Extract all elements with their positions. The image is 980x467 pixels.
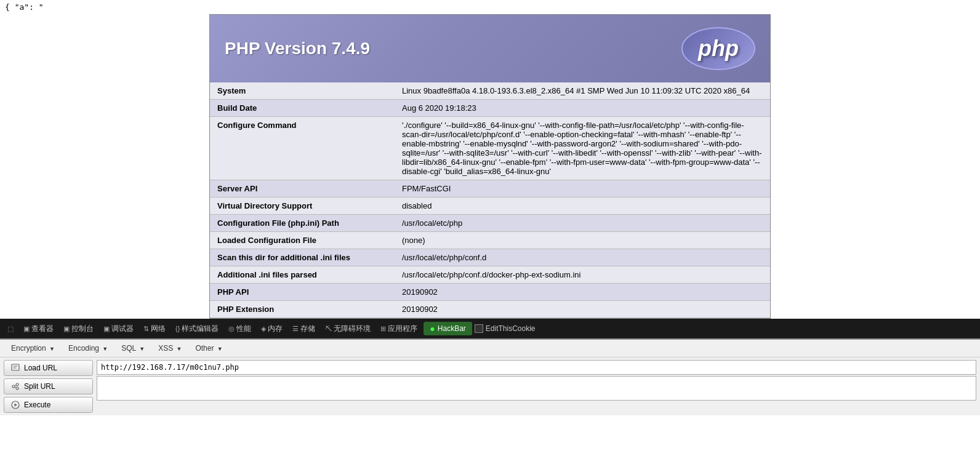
split-url-button[interactable]: Split URL xyxy=(4,378,93,394)
xss-arrow-icon: ▼ xyxy=(176,346,182,352)
memory-icon: ◈ xyxy=(261,325,266,333)
table-value-cell: /usr/local/etc/php/conf.d/docker-php-ext… xyxy=(395,266,770,284)
viewer-icon: ▣ xyxy=(23,325,30,333)
hackbar-url-area xyxy=(97,360,976,401)
devtools-bar: ⬚ ▣ 查看器 ▣ 控制台 ▣ 调试器 ⇅ 网络 {} 样式编辑器 ◎ 性能 ◈… xyxy=(0,319,980,338)
svg-rect-0 xyxy=(12,364,19,370)
app-icon: ⊞ xyxy=(380,325,386,333)
hackbar-menu: Encryption ▼ Encoding ▼ SQL ▼ XSS ▼ Othe… xyxy=(0,340,980,357)
table-row: Server API FPM/FastCGI xyxy=(210,180,770,198)
table-value-cell: './configure' '--build=x86_64-linux-gnu'… xyxy=(395,117,770,180)
load-url-button[interactable]: Load URL xyxy=(4,360,93,376)
table-row: Loaded Configuration File (none) xyxy=(210,232,770,249)
devtools-app[interactable]: ⊞ 应用程序 xyxy=(377,322,421,335)
table-key-cell: Build Date xyxy=(210,100,395,117)
table-key-cell: Virtual Directory Support xyxy=(210,198,395,215)
devtools-a11y[interactable]: ⛏ 无障碍环境 xyxy=(321,322,374,335)
table-key-cell: PHP API xyxy=(210,284,395,301)
devtools-inspector[interactable]: ⬚ xyxy=(4,324,17,334)
table-value-cell: /usr/local/etc/php/conf.d xyxy=(395,249,770,266)
hackbar-content: Load URL Split URL xyxy=(0,357,980,415)
sql-arrow-icon: ▼ xyxy=(139,346,145,352)
perf-icon: ◎ xyxy=(228,325,235,333)
table-value-cell: 20190902 xyxy=(395,284,770,301)
table-row: Additional .ini files parsed /usr/local/… xyxy=(210,266,770,284)
table-row: PHP Extension 20190902 xyxy=(210,301,770,318)
table-row: Configuration File (php.ini) Path /usr/l… xyxy=(210,215,770,232)
editcookie-tab[interactable]: EditThisCookie xyxy=(475,324,536,333)
encryption-menu[interactable]: Encryption ▼ xyxy=(5,342,61,354)
network-icon: ⇅ xyxy=(143,325,149,333)
php-logo: php xyxy=(681,27,755,70)
devtools-debugger[interactable]: ▣ 调试器 xyxy=(100,322,137,335)
svg-point-2 xyxy=(16,383,18,386)
hackbar-buttons: Load URL Split URL xyxy=(4,360,93,413)
phpinfo-table: System Linux 9badfe8ffa0a 4.18.0-193.6.3… xyxy=(210,82,770,318)
svg-point-3 xyxy=(16,387,18,389)
table-row: Virtual Directory Support disabled xyxy=(210,198,770,215)
phpinfo-section: PHP Version 7.4.9 php System Linux 9badf… xyxy=(209,14,771,319)
table-row: System Linux 9badfe8ffa0a 4.18.0-193.6.3… xyxy=(210,82,770,100)
style-icon: {} xyxy=(175,325,180,332)
devtools-network[interactable]: ⇅ 网络 xyxy=(140,322,169,335)
devtools-style[interactable]: {} 样式编辑器 xyxy=(172,322,222,335)
editcookie-checkbox-icon xyxy=(475,324,483,333)
table-value-cell: Linux 9badfe8ffa0a 4.18.0-193.6.3.el8_2.… xyxy=(395,82,770,100)
sql-menu[interactable]: SQL ▼ xyxy=(115,342,151,354)
debugger-icon: ▣ xyxy=(103,325,110,333)
execute-icon xyxy=(10,400,20,410)
devtools-viewer[interactable]: ▣ 查看器 xyxy=(20,322,57,335)
devtools-console[interactable]: ▣ 控制台 xyxy=(60,322,97,335)
svg-line-4 xyxy=(15,385,16,386)
execute-button[interactable]: Execute xyxy=(4,397,93,413)
table-value-cell: disabled xyxy=(395,198,770,215)
split-url-icon xyxy=(10,381,20,391)
url-input[interactable] xyxy=(97,360,976,375)
devtools-memory[interactable]: ◈ 内存 xyxy=(257,322,286,335)
other-menu[interactable]: Other ▼ xyxy=(189,342,228,354)
storage-icon: ☰ xyxy=(292,325,299,333)
table-row: Configure Command './configure' '--build… xyxy=(210,117,770,180)
a11y-icon: ⛏ xyxy=(325,325,332,332)
table-key-cell: Configuration File (php.ini) Path xyxy=(210,215,395,232)
table-row: PHP API 20190902 xyxy=(210,284,770,301)
hackbar-panel: Encryption ▼ Encoding ▼ SQL ▼ XSS ▼ Othe… xyxy=(0,338,980,415)
table-key-cell: Loaded Configuration File xyxy=(210,232,395,249)
svg-point-1 xyxy=(12,385,15,388)
table-value-cell: FPM/FastCGI xyxy=(395,180,770,198)
svg-marker-7 xyxy=(15,404,18,407)
hackbar-tab[interactable]: ● HackBar xyxy=(424,322,472,335)
table-key-cell: Configure Command xyxy=(210,117,395,180)
table-key-cell: Additional .ini files parsed xyxy=(210,266,395,284)
devtools-perf[interactable]: ◎ 性能 xyxy=(225,322,255,335)
table-key-cell: Server API xyxy=(210,180,395,198)
hackbar-dot-icon: ● xyxy=(430,324,435,333)
table-value-cell: Aug 6 2020 19:18:23 xyxy=(395,100,770,117)
svg-line-5 xyxy=(15,387,16,388)
encoding-arrow-icon: ▼ xyxy=(102,346,108,352)
table-key-cell: PHP Extension xyxy=(210,301,395,318)
encoding-menu[interactable]: Encoding ▼ xyxy=(62,342,114,354)
table-row: Build Date Aug 6 2020 19:18:23 xyxy=(210,100,770,117)
table-value-cell: 20190902 xyxy=(395,301,770,318)
devtools-storage[interactable]: ☰ 存储 xyxy=(289,322,319,335)
other-arrow-icon: ▼ xyxy=(217,346,223,352)
inspector-icon: ⬚ xyxy=(7,325,14,333)
table-key-cell: System xyxy=(210,82,395,100)
phpinfo-header: PHP Version 7.4.9 php xyxy=(210,15,770,82)
load-url-icon xyxy=(10,363,20,373)
table-value-cell: /usr/local/etc/php xyxy=(395,215,770,232)
post-data-textarea[interactable] xyxy=(97,376,976,401)
top-json-text: { "a": " xyxy=(0,0,980,14)
encryption-arrow-icon: ▼ xyxy=(49,346,55,352)
php-version-title: PHP Version 7.4.9 xyxy=(225,39,370,58)
console-icon: ▣ xyxy=(63,325,70,333)
table-row: Scan this dir for additional .ini files … xyxy=(210,249,770,266)
table-key-cell: Scan this dir for additional .ini files xyxy=(210,249,395,266)
table-value-cell: (none) xyxy=(395,232,770,249)
xss-menu[interactable]: XSS ▼ xyxy=(152,342,188,354)
